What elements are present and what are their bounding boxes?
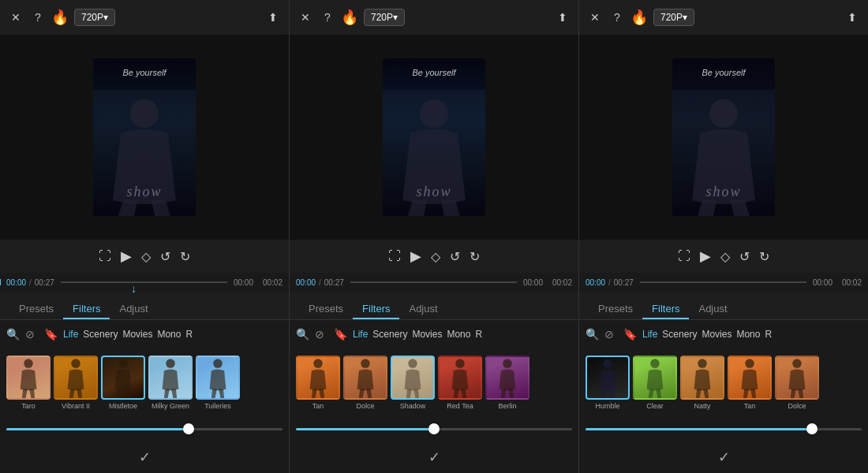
undo-icon[interactable]: ↺ bbox=[739, 249, 750, 264]
help-icon[interactable]: ? bbox=[320, 9, 335, 25]
filter-item-taro[interactable]: Taro bbox=[6, 356, 51, 410]
category-r[interactable]: R bbox=[765, 329, 772, 340]
toolbar: ✕ ? 🔥 720P▾ ⬆ bbox=[290, 0, 578, 35]
help-icon[interactable]: ? bbox=[609, 9, 625, 25]
filter-item-vibrant-ii[interactable]: Vibrant II bbox=[54, 356, 98, 410]
filter-item-dolce[interactable]: Dolce bbox=[775, 356, 819, 410]
category-mono[interactable]: Mono bbox=[157, 329, 181, 340]
expand-icon[interactable]: ⛶ bbox=[678, 249, 690, 263]
filter-item-mistletoe[interactable]: Mistletoe bbox=[101, 356, 145, 410]
category-scenery[interactable]: Scenery bbox=[83, 329, 118, 340]
filter-item-clear[interactable]: Clear bbox=[633, 356, 677, 410]
slider-thumb[interactable] bbox=[806, 423, 817, 434]
svg-point-16 bbox=[603, 359, 612, 368]
confirm-button[interactable]: ✓ bbox=[718, 449, 730, 466]
filter-item-natty[interactable]: Natty bbox=[680, 356, 724, 410]
slider-track[interactable] bbox=[586, 428, 862, 430]
close-icon[interactable]: ✕ bbox=[8, 9, 24, 25]
upload-icon[interactable]: ⬆ bbox=[265, 9, 281, 25]
category-r[interactable]: R bbox=[185, 329, 193, 340]
upload-icon[interactable]: ⬆ bbox=[844, 9, 860, 25]
search-icon[interactable]: 🔍 bbox=[296, 328, 310, 341]
play-button[interactable]: ▶ bbox=[700, 248, 711, 265]
filter-item-shadow[interactable]: Shadow bbox=[391, 356, 435, 410]
category-movies[interactable]: Movies bbox=[412, 329, 442, 340]
category-r[interactable]: R bbox=[475, 329, 482, 340]
timeline-track[interactable] bbox=[640, 281, 806, 283]
upload-icon[interactable]: ⬆ bbox=[555, 9, 571, 25]
close-icon[interactable]: ✕ bbox=[297, 9, 313, 25]
category-movies[interactable]: Movies bbox=[702, 329, 731, 340]
expand-icon[interactable]: ⛶ bbox=[388, 249, 401, 263]
undo-icon[interactable]: ↺ bbox=[160, 249, 170, 264]
undo-icon[interactable]: ↺ bbox=[450, 249, 460, 264]
block-icon[interactable]: ⊘ bbox=[315, 328, 329, 341]
category-life[interactable]: Life bbox=[353, 329, 368, 340]
timeline-track[interactable] bbox=[61, 281, 227, 283]
filter-label: Tan bbox=[744, 402, 756, 410]
timeline-track[interactable] bbox=[350, 281, 517, 283]
block-icon[interactable]: ⊘ bbox=[604, 328, 619, 341]
close-icon[interactable]: ✕ bbox=[587, 9, 603, 25]
resolution-button[interactable]: 720P▾ bbox=[653, 9, 694, 26]
tab-adjust[interactable]: Adjust bbox=[399, 296, 447, 319]
category-mono[interactable]: Mono bbox=[736, 329, 760, 340]
redo-icon[interactable]: ↻ bbox=[759, 249, 769, 264]
bookmark-icon[interactable]: 🔖 bbox=[623, 328, 638, 341]
category-mono[interactable]: Mono bbox=[447, 329, 470, 340]
flame-icon: 🔥 bbox=[631, 9, 647, 25]
check-row: ✓ bbox=[579, 441, 868, 473]
svg-point-3 bbox=[71, 359, 80, 368]
search-icon[interactable]: 🔍 bbox=[586, 328, 600, 341]
toolbar: ✕ ? 🔥 720P▾ ⬆ bbox=[579, 0, 868, 35]
help-icon[interactable]: ? bbox=[30, 9, 46, 25]
category-movies[interactable]: Movies bbox=[122, 329, 152, 340]
tab-adjust[interactable]: Adjust↓ bbox=[110, 296, 157, 319]
block-icon[interactable]: ⊘ bbox=[25, 328, 39, 341]
bookmark-icon[interactable]: 🔖 bbox=[44, 328, 58, 341]
video-text-bottom: show bbox=[126, 184, 162, 200]
tab-presets[interactable]: Presets bbox=[9, 296, 63, 319]
category-life[interactable]: Life bbox=[63, 329, 78, 340]
confirm-button[interactable]: ✓ bbox=[139, 449, 151, 466]
filter-item-humble[interactable]: Humble bbox=[586, 356, 630, 410]
tab-filters[interactable]: Filters bbox=[353, 296, 399, 319]
category-life[interactable]: Life bbox=[642, 329, 657, 340]
slider-thumb[interactable] bbox=[183, 423, 194, 434]
category-scenery[interactable]: Scenery bbox=[372, 329, 407, 340]
filter-item-tuileries[interactable]: Tuileries bbox=[196, 356, 240, 410]
filter-label: Humble bbox=[595, 402, 619, 410]
search-icon[interactable]: 🔍 bbox=[6, 328, 21, 341]
tab-presets[interactable]: Presets bbox=[299, 296, 353, 319]
category-scenery[interactable]: Scenery bbox=[662, 329, 697, 340]
filter-item-berlin[interactable]: Berlin bbox=[485, 356, 529, 410]
slider-track[interactable] bbox=[296, 428, 572, 430]
filter-item-tan[interactable]: Tan bbox=[296, 356, 340, 410]
tab-adjust[interactable]: Adjust bbox=[689, 296, 736, 319]
play-button[interactable]: ▶ bbox=[121, 248, 132, 265]
diamond-icon[interactable]: ◇ bbox=[720, 249, 730, 264]
resolution-label: 720P▾ bbox=[660, 12, 687, 23]
tab-filters[interactable]: Filters bbox=[642, 296, 689, 319]
filter-item-red-tea[interactable]: Red Tea bbox=[438, 356, 482, 410]
tab-presets[interactable]: Presets bbox=[589, 296, 642, 319]
confirm-button[interactable]: ✓ bbox=[428, 449, 440, 466]
filter-item-tan[interactable]: Tan bbox=[728, 356, 772, 410]
bookmark-icon[interactable]: 🔖 bbox=[334, 328, 348, 341]
diamond-icon[interactable]: ◇ bbox=[431, 249, 440, 264]
time-mark2: 00:02 bbox=[842, 278, 862, 287]
diamond-icon[interactable]: ◇ bbox=[141, 249, 151, 264]
filter-item-milky-green[interactable]: Milky Green bbox=[148, 356, 193, 410]
redo-icon[interactable]: ↻ bbox=[470, 249, 480, 264]
redo-icon[interactable]: ↻ bbox=[180, 249, 190, 264]
tab-filters[interactable]: Filters bbox=[63, 296, 110, 319]
resolution-button[interactable]: 720P▾ bbox=[364, 9, 405, 26]
video-text-bottom: show bbox=[416, 184, 451, 200]
slider-thumb[interactable] bbox=[428, 423, 440, 434]
panels-container: ✕ ? 🔥 720P▾ ⬆ Be yourself bbox=[0, 0, 868, 473]
expand-icon[interactable]: ⛶ bbox=[99, 249, 111, 263]
slider-track[interactable] bbox=[6, 428, 282, 430]
resolution-button[interactable]: 720P▾ bbox=[74, 9, 115, 26]
filter-item-dolce[interactable]: Dolce bbox=[343, 356, 387, 410]
play-button[interactable]: ▶ bbox=[410, 248, 421, 265]
